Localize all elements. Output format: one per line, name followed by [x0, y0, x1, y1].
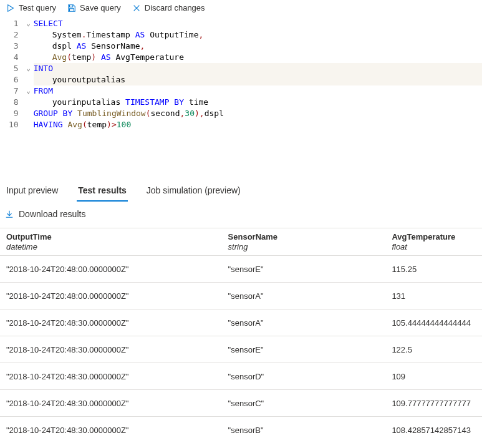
table-row[interactable]: "2018-10-24T20:48:30.0000000Z""sensorD"1…	[0, 363, 482, 390]
table-row[interactable]: "2018-10-24T20:48:00.0000000Z""sensorA"1…	[0, 283, 482, 309]
download-results-button[interactable]: Download results	[0, 202, 482, 228]
table-row[interactable]: "2018-10-24T20:48:30.0000000Z""sensorA"1…	[0, 309, 482, 336]
code-line: System.Timestamp AS OutputTime,	[34, 29, 482, 41]
tab-job-simulation[interactable]: Job simulation (preview)	[145, 182, 242, 202]
download-icon	[5, 210, 14, 218]
table-cell: "sensorA"	[222, 309, 386, 336]
save-query-label: Save query	[80, 3, 121, 12]
table-row[interactable]: "2018-10-24T20:48:30.0000000Z""sensorC"1…	[0, 390, 482, 417]
line-number-gutter: 1 2 3 4 5 6 7 8 9 10	[0, 17, 24, 132]
column-header[interactable]: AvgTemperature float	[385, 228, 482, 256]
code-line: INTO	[34, 63, 482, 74]
table-cell: "2018-10-24T20:48:30.0000000Z"	[0, 336, 222, 363]
code-line: yourinputalias TIMESTAMP BY time	[34, 97, 482, 108]
save-icon	[67, 4, 76, 12]
tab-input-preview[interactable]: Input preview	[5, 182, 59, 202]
tab-test-results[interactable]: Test results	[77, 182, 128, 202]
code-line: Avg(temp) AS AvgTemperature	[34, 52, 482, 63]
table-cell: "sensorD"	[222, 363, 386, 390]
table-cell: "2018-10-24T20:48:30.0000000Z"	[0, 390, 222, 417]
results-table: OutputTime datetime SensorName string Av…	[0, 228, 482, 443]
table-cell: "2018-10-24T20:48:30.0000000Z"	[0, 309, 222, 336]
save-query-button[interactable]: Save query	[67, 3, 121, 12]
table-cell: 105.44444444444444	[385, 309, 482, 336]
column-header[interactable]: SensorName string	[222, 228, 386, 256]
table-header-row: OutputTime datetime SensorName string Av…	[0, 228, 482, 256]
test-query-button[interactable]: Test query	[6, 3, 56, 12]
close-icon	[132, 4, 141, 12]
table-cell: "2018-10-24T20:48:30.0000000Z"	[0, 363, 222, 390]
test-query-label: Test query	[19, 3, 56, 12]
chevron-down-icon[interactable]: ⌄	[24, 85, 34, 97]
code-area[interactable]: SELECT System.Timestamp AS OutputTime, d…	[34, 17, 482, 132]
table-row[interactable]: "2018-10-24T20:48:30.0000000Z""sensorB"1…	[0, 417, 482, 444]
toolbar: Test query Save query Discard changes	[0, 0, 482, 17]
table-cell: "sensorE"	[222, 256, 386, 283]
chevron-down-icon[interactable]: ⌄	[24, 18, 34, 29]
results-tabs: Input preview Test results Job simulatio…	[0, 182, 482, 202]
fold-gutter: ⌄ ⌄ ⌄	[24, 17, 34, 132]
table-cell: 109.77777777777777	[385, 390, 482, 417]
code-line: GROUP BY TumblingWindow(second,30),dspl	[34, 108, 482, 119]
discard-changes-label: Discard changes	[145, 3, 205, 12]
table-cell: 122.5	[385, 336, 482, 363]
code-line: dspl AS SensorName,	[34, 41, 482, 52]
table-cell: "2018-10-24T20:48:00.0000000Z"	[0, 283, 222, 309]
table-cell: 109	[385, 363, 482, 390]
table-cell: "2018-10-24T20:48:00.0000000Z"	[0, 256, 222, 283]
table-cell: 108.42857142857143	[385, 417, 482, 444]
table-cell: 131	[385, 283, 482, 309]
play-icon	[6, 4, 15, 12]
discard-changes-button[interactable]: Discard changes	[132, 3, 205, 12]
code-line: youroutputalias	[34, 74, 482, 85]
download-results-label: Download results	[19, 209, 85, 219]
chevron-down-icon[interactable]: ⌄	[24, 63, 34, 74]
table-row[interactable]: "2018-10-24T20:48:30.0000000Z""sensorE"1…	[0, 336, 482, 363]
code-line: FROM	[34, 85, 482, 97]
table-row[interactable]: "2018-10-24T20:48:00.0000000Z""sensorE"1…	[0, 256, 482, 283]
table-cell: "sensorB"	[222, 417, 386, 444]
table-cell: "sensorA"	[222, 283, 386, 309]
code-line: SELECT	[34, 18, 482, 29]
table-cell: "2018-10-24T20:48:30.0000000Z"	[0, 417, 222, 444]
column-header[interactable]: OutputTime datetime	[0, 228, 222, 256]
code-line: HAVING Avg(temp)>100	[34, 119, 482, 130]
table-cell: "sensorC"	[222, 390, 386, 417]
table-cell: "sensorE"	[222, 336, 386, 363]
query-editor[interactable]: 1 2 3 4 5 6 7 8 9 10 ⌄ ⌄ ⌄ SELECT System…	[0, 17, 482, 182]
svg-marker-0	[8, 4, 14, 11]
table-cell: 115.25	[385, 256, 482, 283]
